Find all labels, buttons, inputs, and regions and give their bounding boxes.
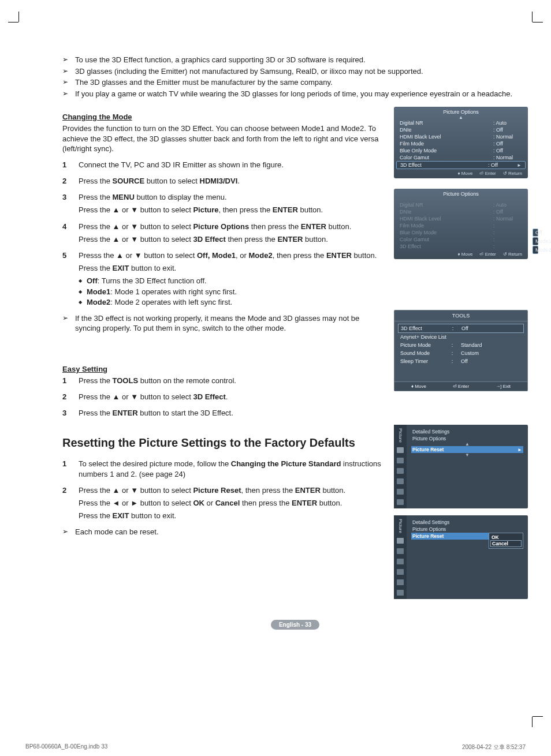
ok-option[interactable]: OK [490, 534, 522, 540]
changing-mode-heading: Changing the Mode [62, 113, 382, 121]
step: Connect the TV, PC and 3D IR Emitter as … [62, 160, 382, 170]
page-footer: English - 33 [62, 620, 528, 630]
reset-steps: To select the desired picture mode, foll… [62, 459, 382, 522]
changing-mode-desc: Provides the function to turn on the 3D … [62, 123, 382, 154]
intro-note: The 3D glasses and the Emitter must be m… [62, 77, 528, 88]
monitor-icon [397, 538, 404, 544]
intro-note: 3D glasses (including the Emitter) not m… [62, 66, 528, 77]
icon [397, 458, 404, 463]
osd-picture-options-2: Picture Options Digital NR: Auto DNIe: O… [394, 189, 528, 259]
icon [397, 468, 404, 474]
osd-tools: TOOLS 3D Effect:Off Anynet+ Device List … [394, 310, 528, 391]
option-mode1[interactable]: Mode1 [533, 237, 538, 245]
picture-reset-row[interactable]: Picture Reset► OK Cancel [411, 533, 523, 540]
move-hint: ♦ Move [458, 171, 473, 176]
document-footer: BP68-00660A_B-00Eng.indb 33 2008-04-22 오… [0, 739, 551, 756]
monitor-icon [397, 447, 404, 453]
option-off[interactable]: Off [533, 229, 538, 237]
step: Presss the ▲ or ▼ button to select Off, … [62, 250, 382, 308]
option-mode2[interactable]: Mode2 [533, 246, 538, 254]
tools-3d-effect-row[interactable]: 3D Effect:Off [398, 324, 524, 333]
icon [397, 559, 404, 564]
icon [397, 499, 404, 505]
changing-mode-steps: Connect the TV, PC and 3D IR Emitter as … [62, 160, 382, 308]
icon [397, 569, 404, 575]
icon [397, 579, 404, 585]
step: Press the ▲ or ▼ button to select Pictur… [62, 222, 382, 245]
step: Press the MENU button to display the men… [62, 192, 382, 215]
icon [397, 489, 404, 495]
return-hint: ↺ Return [503, 171, 522, 176]
reset-heading: Resetting the Picture Settings to the Fa… [62, 436, 382, 450]
reset-note: Each mode can be reset. [62, 527, 382, 537]
easy-setting-steps: Press the TOOLS button on the remote con… [62, 376, 382, 419]
enter-hint: ⏎ Enter [479, 171, 496, 176]
intro-note: If you play a game or watch TV while wea… [62, 89, 528, 99]
step: Press the SOURCE button to select HDMI3/… [62, 176, 382, 186]
icon [397, 548, 404, 554]
osd-picture-options-1: Picture Options ▲ Digital NR: Auto DNIe:… [394, 107, 528, 178]
icon [397, 590, 404, 596]
sync-note: If the 3D effect is not working properly… [62, 313, 382, 334]
mode-definitions: Off: Turns the 3D Effect function off. M… [79, 276, 382, 308]
icon [397, 478, 404, 484]
ok-cancel-popup: OK Cancel [489, 533, 523, 549]
cancel-option[interactable]: Cancel [490, 540, 522, 547]
intro-note: To use the 3D Effect function, a graphic… [62, 55, 528, 65]
intro-notes: To use the 3D Effect function, a graphic… [62, 55, 528, 99]
easy-setting-heading: Easy Setting [62, 365, 382, 373]
osd-picture-menu-1: Picture Detailed Settings Picture Option… [394, 425, 528, 508]
osd-selected-row[interactable]: 3D Effect: Off► [396, 161, 526, 169]
osd-picture-menu-2: Picture Detailed Settings Picture Option… [394, 515, 528, 599]
